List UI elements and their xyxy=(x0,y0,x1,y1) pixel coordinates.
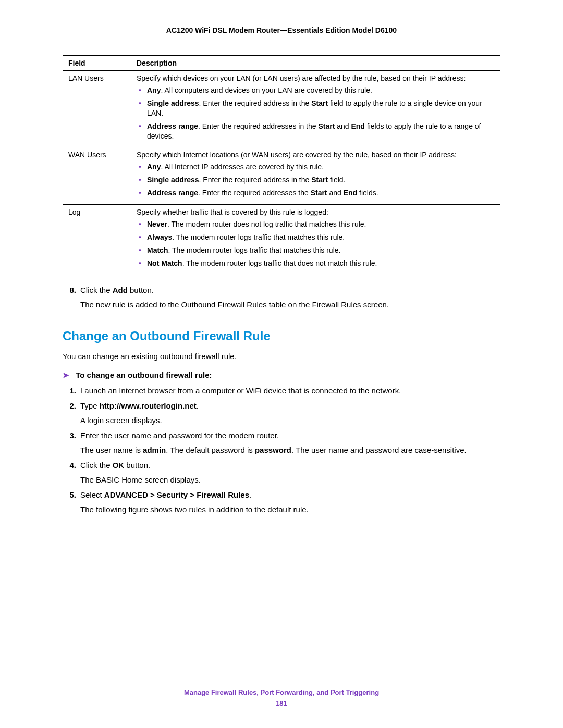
cell-intro: Specify which Internet locations (or WAN… xyxy=(137,151,495,159)
step-body: Type http://www.routerlogin.net. xyxy=(80,400,500,412)
fields-table: Field Description LAN Users Specify whic… xyxy=(63,55,500,275)
footer-rule xyxy=(63,683,500,683)
step-4: 4. Click the OK button. xyxy=(63,460,500,472)
step-8: 8. Click the Add button. xyxy=(63,285,500,297)
step-number: 8. xyxy=(63,285,80,297)
description-cell: Specify which devices on your LAN (or LA… xyxy=(131,71,500,147)
field-cell: LAN Users xyxy=(63,71,131,147)
step-body: Select ADVANCED > Security > Firewall Ru… xyxy=(80,489,500,501)
bullet-item: Address range. Enter the required addres… xyxy=(137,188,495,198)
bullet-item: Any. All Internet IP addresses are cover… xyxy=(137,162,495,172)
step-number: 1. xyxy=(63,385,80,397)
table-header-description: Description xyxy=(131,56,500,71)
step-5: 5. Select ADVANCED > Security > Firewall… xyxy=(63,489,500,501)
field-cell: WAN Users xyxy=(63,147,131,205)
table-row: LAN Users Specify which devices on your … xyxy=(63,71,500,147)
section-heading: Change an Outbound Firewall Rule xyxy=(63,329,500,343)
page-content: AC1200 WiFi DSL Modem Router—Essentials … xyxy=(0,0,563,516)
step-body: Click the OK button. xyxy=(80,460,500,472)
step-body: Click the Add button. xyxy=(80,285,500,297)
bullet-item: Single address. Enter the required addre… xyxy=(137,175,495,185)
table-row: Log Specify whether traffic that is cove… xyxy=(63,205,500,275)
table-header-field: Field xyxy=(63,56,131,71)
procedure-title: To change an outbound firewall rule: xyxy=(76,371,212,379)
step-body: Launch an Internet browser from a comput… xyxy=(80,385,500,397)
step-number: 5. xyxy=(63,489,80,501)
description-cell: Specify which Internet locations (or WAN… xyxy=(131,147,500,205)
document-title: AC1200 WiFi DSL Modem Router—Essentials … xyxy=(63,26,500,34)
bullet-item: Single address. Enter the required addre… xyxy=(137,98,495,118)
procedure-heading: ➤ To change an outbound firewall rule: xyxy=(63,371,500,380)
footer-page-number: 181 xyxy=(0,699,563,707)
bullet-item: Always. The modem router logs traffic th… xyxy=(137,232,495,242)
step-number: 4. xyxy=(63,460,80,472)
section-intro: You can change an existing outbound fire… xyxy=(63,351,500,363)
chevron-right-icon: ➤ xyxy=(63,371,69,379)
step-1: 1. Launch an Internet browser from a com… xyxy=(63,385,500,397)
bullet-item: Never. The modem router does not log tra… xyxy=(137,219,495,229)
cell-intro: Specify which devices on your LAN (or LA… xyxy=(137,74,495,82)
description-cell: Specify whether traffic that is covered … xyxy=(131,205,500,275)
step-2-follow: A login screen displays. xyxy=(80,415,500,427)
bullet-item: Any. All computers and devices on your L… xyxy=(137,85,495,95)
step-number: 3. xyxy=(63,430,80,442)
footer-section-title: Manage Firewall Rules, Port Forwarding, … xyxy=(0,688,563,696)
step-body: Enter the user name and password for the… xyxy=(80,430,500,442)
step-number: 2. xyxy=(63,400,80,412)
table-row: WAN Users Specify which Internet locatio… xyxy=(63,147,500,205)
bullet-item: Match. The modem router logs traffic tha… xyxy=(137,245,495,255)
step-3-follow: The user name is admin. The default pass… xyxy=(80,445,500,456)
page-footer: Manage Firewall Rules, Port Forwarding, … xyxy=(0,683,563,707)
procedure-steps: 1. Launch an Internet browser from a com… xyxy=(63,385,500,516)
step-5-follow: The following figure shows two rules in … xyxy=(80,504,500,516)
field-cell: Log xyxy=(63,205,131,275)
step-8-follow: The new rule is added to the Outbound Fi… xyxy=(80,299,500,311)
bullet-item: Address range. Enter the required addres… xyxy=(137,121,495,141)
cell-intro: Specify whether traffic that is covered … xyxy=(137,208,495,216)
step-3: 3. Enter the user name and password for … xyxy=(63,430,500,442)
step-2: 2. Type http://www.routerlogin.net. xyxy=(63,400,500,412)
step-4-follow: The BASIC Home screen displays. xyxy=(80,474,500,486)
bullet-item: Not Match. The modem router logs traffic… xyxy=(137,258,495,268)
